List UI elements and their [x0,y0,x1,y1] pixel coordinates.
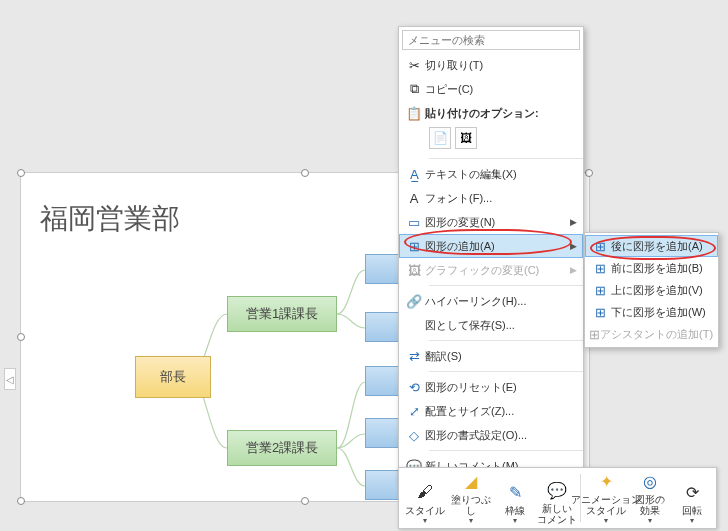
menu-label: 後に図形を追加(A) [611,239,712,254]
menu-format-shape[interactable]: ◇ 図形の書式設定(O)... [399,423,583,447]
context-menu: ✂ 切り取り(T) ⧉ コピー(C) 📋 貼り付けのオプション: 📄 🖼 A̲ … [398,26,584,483]
rotate-icon: ⟳ [681,481,703,503]
menu-label: 前に図形を追加(B) [611,261,712,276]
menu-add-shape[interactable]: ⊞ 図形の追加(A) ▶ [399,234,583,258]
add-above-icon: ⊞ [589,283,611,298]
format-shape-icon: ◇ [403,428,425,443]
menu-search-row [402,30,580,50]
dropdown-caret-icon: ▾ [469,516,473,525]
translate-icon: ⇄ [403,349,425,364]
menu-label: テキストの編集(X) [425,167,577,182]
picture-icon: 🖼 [403,263,425,278]
menu-label: グラフィックの変更(C) [425,263,570,278]
mini-toolbar: 🖌 スタイル ▾ ◢ 塗りつぶし ▾ ✎ 枠線 ▾ 💬 新しい コメント ✦ ア… [398,467,717,529]
outline-icon: ✎ [504,481,526,503]
dropdown-caret-icon: ▾ [690,516,694,525]
menu-label: 下に図形を追加(W) [611,305,712,320]
menu-edit-text[interactable]: A̲ テキストの編集(X) [399,162,583,186]
submenu-add-below[interactable]: ⊞ 下に図形を追加(W) [585,301,718,323]
scissors-icon: ✂ [403,58,425,73]
dropdown-caret-icon: ▾ [423,516,427,525]
chevron-right-icon: ▶ [570,265,577,275]
menu-label: コピー(C) [425,82,577,97]
menu-hyperlink[interactable]: 🔗 ハイパーリンク(H)... [399,289,583,313]
menu-label: 図として保存(S)... [425,318,577,333]
resize-handle[interactable] [17,169,25,177]
mini-label: 図形の 効果 [635,494,665,516]
paste-options-row: 📄 🖼 [399,125,583,155]
edit-text-icon: A̲ [403,167,425,182]
menu-separator [429,285,583,286]
menu-size-position[interactable]: ⤢ 配置とサイズ(Z)... [399,399,583,423]
resize-handle[interactable] [585,169,593,177]
effects-icon: ◎ [639,471,661,492]
menu-separator [429,371,583,372]
menu-save-as-picture[interactable]: 図として保存(S)... [399,313,583,337]
add-shape-submenu: ⊞ 後に図形を追加(A) ⊞ 前に図形を追加(B) ⊞ 上に図形を追加(V) ⊞… [584,232,719,348]
link-icon: 🔗 [403,294,425,309]
resize-handle[interactable] [17,497,25,505]
reset-icon: ⟲ [403,380,425,395]
dropdown-caret-icon: ▾ [513,516,517,525]
submenu-add-above[interactable]: ⊞ 上に図形を追加(V) [585,279,718,301]
size-icon: ⤢ [403,404,425,419]
menu-separator [429,158,583,159]
menu-label: 図形の変更(N) [425,215,570,230]
font-icon: A [403,191,425,206]
page-title: 福岡営業部 [40,200,180,238]
menu-change-shape[interactable]: ▭ 図形の変更(N) ▶ [399,210,583,234]
mini-outline-button[interactable]: ✎ 枠線 ▾ [494,471,536,525]
org-node-child[interactable]: 営業2課課長 [227,430,337,466]
chevron-right-icon: ▶ [570,217,577,227]
org-node-root[interactable]: 部長 [135,356,211,398]
menu-reset-shape[interactable]: ⟲ 図形のリセット(E) [399,375,583,399]
style-icon: 🖌 [414,481,436,503]
mini-rotate-button[interactable]: ⟳ 回転 ▾ [671,471,713,525]
resize-handle[interactable] [301,169,309,177]
submenu-add-assistant: ⊞ アシスタントの追加(T) [585,323,718,345]
add-below-icon: ⊞ [589,305,611,320]
text-pane-toggle[interactable]: ◁ [4,368,16,390]
fill-icon: ◢ [460,471,482,492]
submenu-add-after[interactable]: ⊞ 後に図形を追加(A) [585,235,718,257]
paste-option[interactable]: 📄 [429,127,451,149]
mini-style-button[interactable]: 🖌 スタイル ▾ [402,471,448,525]
mini-label: 回転 [682,505,702,516]
menu-cut[interactable]: ✂ 切り取り(T) [399,53,583,77]
mini-fill-button[interactable]: ◢ 塗りつぶし ▾ [448,471,494,525]
org-node-child[interactable]: 営業1課課長 [227,296,337,332]
menu-label: 図形のリセット(E) [425,380,577,395]
resize-handle[interactable] [301,497,309,505]
add-before-icon: ⊞ [589,261,611,276]
dropdown-caret-icon: ▾ [604,516,608,525]
menu-label: 貼り付けのオプション: [425,106,577,121]
animation-icon: ✦ [595,471,617,492]
menu-label: 翻訳(S) [425,349,577,364]
mini-label: 枠線 [505,505,525,516]
dropdown-caret-icon: ▾ [648,516,652,525]
menu-label: 配置とサイズ(Z)... [425,404,577,419]
menu-copy[interactable]: ⧉ コピー(C) [399,77,583,101]
mini-effects-button[interactable]: ◎ 図形の 効果 ▾ [629,471,671,525]
paste-option[interactable]: 🖼 [455,127,477,149]
menu-label: 図形の書式設定(O)... [425,428,577,443]
menu-separator [429,340,583,341]
menu-separator [429,450,583,451]
menu-label: 切り取り(T) [425,58,577,73]
resize-handle[interactable] [17,333,25,341]
menu-label: 図形の追加(A) [425,239,570,254]
change-shape-icon: ▭ [403,215,425,230]
menu-font[interactable]: A フォント(F)... [399,186,583,210]
clipboard-icon: 📋 [403,106,425,121]
menu-search-input[interactable] [402,30,580,50]
assistant-icon: ⊞ [589,327,600,342]
mini-animation-button[interactable]: ✦ アニメーション スタイル ▾ [583,471,629,525]
menu-translate[interactable]: ⇄ 翻訳(S) [399,344,583,368]
menu-label: 上に図形を追加(V) [611,283,712,298]
submenu-add-before[interactable]: ⊞ 前に図形を追加(B) [585,257,718,279]
menu-paste-header: 📋 貼り付けのオプション: [399,101,583,125]
menu-change-graphic: 🖼 グラフィックの変更(C) ▶ [399,258,583,282]
menu-label: フォント(F)... [425,191,577,206]
add-shape-icon: ⊞ [403,239,425,254]
comment-icon: 💬 [546,479,568,501]
